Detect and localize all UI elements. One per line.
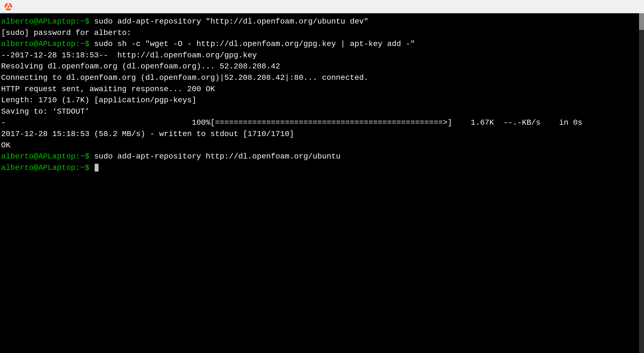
title-bar — [0, 0, 644, 13]
minimize-button[interactable] — [612, 6, 617, 8]
terminal-line: Connecting to dl.openfoam.org (dl.openfo… — [1, 72, 643, 84]
terminal-output: [sudo] password for alberto: — [1, 29, 131, 37]
svg-point-2 — [7, 3, 9, 4]
terminal-line: [sudo] password for alberto: — [1, 27, 643, 39]
terminal-line: --2017-12-28 15:18:53-- http://dl.openfo… — [1, 50, 643, 61]
svg-point-4 — [5, 7, 7, 9]
terminal-line: Resolving dl.openfoam.org (dl.openfoam.o… — [1, 61, 643, 72]
terminal-cursor — [95, 164, 99, 172]
terminal-output: OK — [1, 141, 11, 150]
terminal-prompt: alberto@APLaptop:~$ — [1, 152, 94, 161]
terminal-output: 2017-12-28 15:18:53 (58.2 MB/s) - writte… — [1, 130, 294, 138]
terminal-output: HTTP request sent, awaiting response... … — [1, 85, 215, 93]
scrollbar-thumb[interactable] — [639, 13, 644, 30]
terminal-output: Connecting to dl.openfoam.org (dl.openfo… — [1, 73, 368, 82]
terminal-line: alberto@APLaptop:~$ sudo sh -c "wget -O … — [1, 39, 643, 50]
terminal-output: --2017-12-28 15:18:53-- http://dl.openfo… — [1, 51, 257, 60]
terminal-line: HTTP request sent, awaiting response... … — [1, 84, 643, 95]
terminal-line: alberto@APLaptop:~$ — [1, 162, 643, 174]
terminal[interactable]: alberto@APLaptop:~$ sudo add-apt-reposit… — [0, 13, 644, 353]
title-bar-buttons — [612, 6, 640, 8]
terminal-line: - 100%[=================================… — [1, 117, 643, 129]
ubuntu-icon — [4, 3, 12, 11]
terminal-output: Resolving dl.openfoam.org (dl.openfoam.o… — [1, 62, 280, 71]
terminal-line: 2017-12-28 15:18:53 (58.2 MB/s) - writte… — [1, 129, 643, 140]
terminal-line: Saving to: ‘STDOUT’ — [1, 106, 643, 117]
terminal-prompt: alberto@APLaptop:~$ — [1, 17, 94, 26]
terminal-output: - 100%[=================================… — [1, 118, 582, 127]
terminal-line: Length: 1710 (1.7K) [application/pgp-key… — [1, 95, 643, 106]
terminal-output: Saving to: ‘STDOUT’ — [1, 107, 89, 116]
scrollbar[interactable] — [639, 13, 644, 353]
terminal-line: alberto@APLaptop:~$ sudo add-apt-reposit… — [1, 151, 643, 162]
close-button[interactable] — [634, 6, 640, 8]
terminal-command: sudo add-apt-repository http://dl.openfo… — [94, 152, 341, 161]
terminal-command: sudo sh -c "wget -O - http://dl.openfoam… — [94, 40, 415, 48]
terminal-command: sudo add-apt-repository "http://dl.openf… — [94, 17, 368, 26]
terminal-line: alberto@APLaptop:~$ sudo add-apt-reposit… — [1, 16, 643, 27]
terminal-prompt: alberto@APLaptop:~$ — [1, 163, 94, 172]
svg-point-3 — [10, 7, 12, 9]
terminal-output: Length: 1710 (1.7K) [application/pgp-key… — [1, 96, 196, 104]
maximize-button[interactable] — [623, 6, 629, 8]
terminal-line: OK — [1, 140, 643, 151]
terminal-prompt: alberto@APLaptop:~$ — [1, 40, 94, 48]
